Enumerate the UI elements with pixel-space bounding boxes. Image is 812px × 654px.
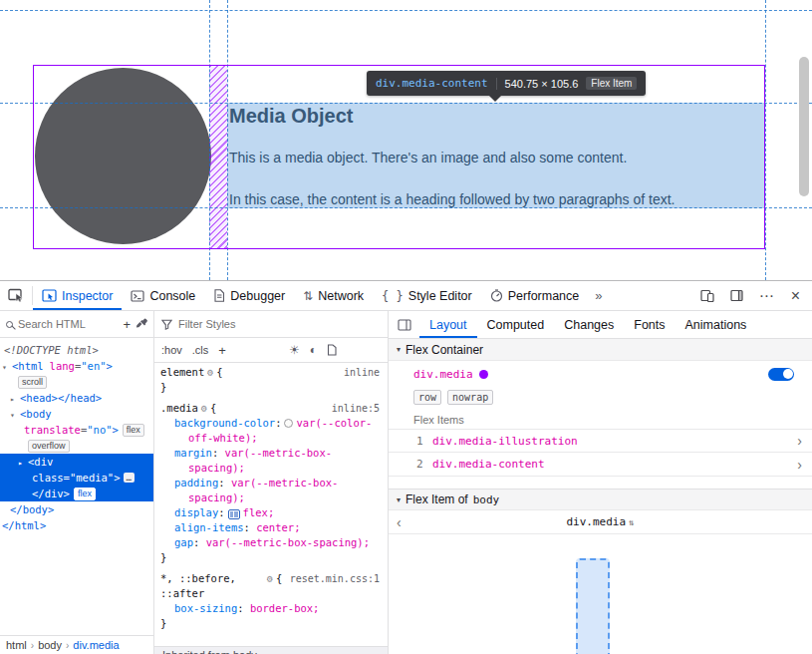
tab-performance[interactable]: Performance (481, 281, 589, 310)
toolbar-right-icons: ⋯ × (700, 281, 812, 310)
markup-html-close[interactable]: </html> (0, 517, 153, 533)
css-declaration[interactable]: background-color:var(--color-off-white); (160, 416, 382, 446)
infobar-selector: div.media-content (376, 77, 488, 90)
tab-network[interactable]: ⇅ Network (294, 281, 373, 310)
flex-item-name: div.media-illustration (432, 435, 578, 448)
page-scrollbar-thumb[interactable] (799, 57, 809, 196)
print-simulation-icon[interactable] (327, 344, 337, 356)
tab-debugger[interactable]: Debugger (204, 281, 294, 310)
rule-origin[interactable]: reset.min.css:1 (290, 571, 380, 586)
twisty-open-icon[interactable]: ▾ (10, 408, 20, 424)
tab-label: Network (318, 289, 364, 303)
breadcrumb-item-div-media[interactable]: div.media (73, 639, 119, 651)
breadcrumb-item-body[interactable]: body (38, 639, 62, 651)
css-declaration[interactable]: padding: var(--metric-box-spacing); (160, 476, 382, 505)
parent-element: body (473, 493, 500, 506)
markup-node-body[interactable]: ▾<body (0, 406, 153, 422)
meatball-menu-icon[interactable]: ⋯ (759, 287, 775, 305)
tab-label: Console (149, 289, 195, 303)
light-scheme-icon[interactable]: ☀ (289, 343, 300, 357)
selector-highlighter-icon[interactable]: ⚙ (201, 403, 207, 414)
css-declaration[interactable]: display:flex; (160, 505, 382, 520)
tab-fonts[interactable]: Fonts (624, 311, 675, 338)
flex-highlighter-toggle[interactable] (768, 368, 794, 381)
flex-badge[interactable]: flex (123, 424, 144, 437)
tab-console[interactable]: Console (122, 281, 204, 310)
devtools-toolbar: Inspector Console Debugger ⇅ Network { }… (0, 280, 812, 311)
highlighter-infobar: div.media-content 540.75 × 105.6 Flex It… (367, 71, 646, 96)
section-title: Flex Container (406, 343, 483, 357)
tab-computed[interactable]: Computed (477, 311, 555, 338)
screenshot-root: Media Object This is a media object. The… (0, 0, 812, 654)
dock-side-icon[interactable] (730, 289, 743, 302)
markup-body-attrs[interactable]: translate="no">flex (0, 422, 153, 438)
css-declaration[interactable]: margin: var(--metric-box-spacing); (160, 446, 382, 476)
twisty-closed-icon[interactable]: ▸ (18, 456, 28, 472)
show-all-nodes-icon[interactable]: … (124, 473, 135, 483)
flex-wrap-badge: nowrap (447, 390, 493, 405)
tab-label: Style Editor (408, 289, 472, 303)
scroll-badge[interactable]: scroll (18, 376, 47, 389)
node-picker-icon[interactable] (0, 281, 32, 310)
twisty-open-icon[interactable]: ▾ (2, 360, 12, 376)
rules-panel: :hov .cls + ☀ ◐ element⚙{inline } .media… (154, 311, 389, 654)
markup-body-close[interactable]: </body> (0, 501, 153, 517)
flex-container-element[interactable]: div.media (413, 368, 473, 381)
pseudo-class-toggle[interactable]: :hov (161, 344, 182, 356)
highlighter-color-swatch[interactable] (479, 370, 488, 379)
overflow-badge[interactable]: overflow (28, 440, 70, 453)
current-flex-item[interactable]: div.media⇅ (416, 515, 784, 528)
class-toggle[interactable]: .cls (192, 344, 209, 356)
twisty-open-icon: ▾ (397, 345, 401, 354)
flex-container-section-header[interactable]: ▾ Flex Container (389, 339, 812, 361)
breadcrumb-item-html[interactable]: html (6, 639, 27, 651)
rule-media-selector[interactable]: .media⚙{inline:5 (160, 401, 382, 416)
eyedropper-icon[interactable] (135, 318, 147, 330)
tab-changes[interactable]: Changes (554, 311, 624, 338)
add-rule-icon[interactable]: + (218, 343, 226, 358)
more-tabs-chevron-icon[interactable]: » (588, 281, 609, 310)
three-pane-toggle-icon[interactable] (389, 319, 419, 331)
flex-item-row-2[interactable]: 2 div.media-content › (389, 453, 812, 477)
css-declaration[interactable]: box-sizing: border-box; (160, 601, 382, 616)
flex-badge[interactable]: flex (74, 488, 96, 500)
add-node-icon[interactable]: + (123, 317, 131, 332)
tab-animations[interactable]: Animations (676, 311, 757, 338)
tab-layout[interactable]: Layout (419, 311, 477, 338)
dark-scheme-icon[interactable]: ◐ (310, 343, 317, 357)
flex-items-label: Flex Items (389, 411, 812, 429)
sidebar-tabs: Layout Computed Changes Fonts Animations (389, 311, 812, 339)
rules-code: element⚙{inline } .media⚙{inline:5 backg… (154, 363, 388, 631)
chevron-right-icon: › (31, 640, 34, 651)
rule-origin[interactable]: inline (344, 365, 380, 380)
responsive-design-icon[interactable] (700, 289, 714, 302)
selector-highlighter-icon[interactable]: ⚙ (267, 573, 273, 584)
flex-highlighter-icon[interactable] (228, 509, 240, 519)
rule-element-selector[interactable]: element⚙{inline (160, 365, 382, 380)
chevron-right-icon: › (797, 433, 802, 449)
search-html-input[interactable] (18, 318, 118, 330)
flex-item-diagram (576, 558, 610, 654)
markup-node-head[interactable]: ▸<head></head> (0, 390, 153, 406)
flex-item-section-header[interactable]: ▾ Flex Item of body (389, 489, 812, 510)
selector-highlighter-icon[interactable]: ⚙ (207, 367, 213, 378)
rule-origin[interactable]: inline:5 (332, 401, 380, 416)
selected-node-div-media[interactable]: ▸<div class="media">… </div>flex (0, 454, 153, 501)
performance-icon (490, 289, 503, 302)
css-declaration[interactable]: gap: var(--metric-box-spacing); (160, 535, 382, 550)
markup-doctype[interactable]: <!DOCTYPE html> (0, 342, 153, 358)
tab-style-editor[interactable]: { } Style Editor (373, 281, 481, 310)
markup-node-html[interactable]: ▾<htmllang="en"> (0, 358, 153, 374)
rule-reset-selector[interactable]: *, ::before, ::after⚙{reset.min.css:1 (160, 571, 382, 601)
color-swatch[interactable] (284, 419, 293, 428)
filter-styles-input[interactable] (178, 318, 298, 330)
rule-close-brace: } (160, 616, 382, 631)
flex-item-row-1[interactable]: 1 div.media-illustration › (389, 429, 812, 453)
tab-inspector[interactable]: Inspector (33, 281, 122, 310)
twisty-open-icon: ▾ (397, 495, 401, 504)
close-icon[interactable]: × (791, 287, 800, 305)
chevron-left-icon[interactable]: ‹ (397, 514, 416, 530)
css-declaration[interactable]: align-items: center; (160, 520, 382, 535)
tab-label: Performance (508, 289, 580, 303)
filter-icon (161, 319, 172, 330)
